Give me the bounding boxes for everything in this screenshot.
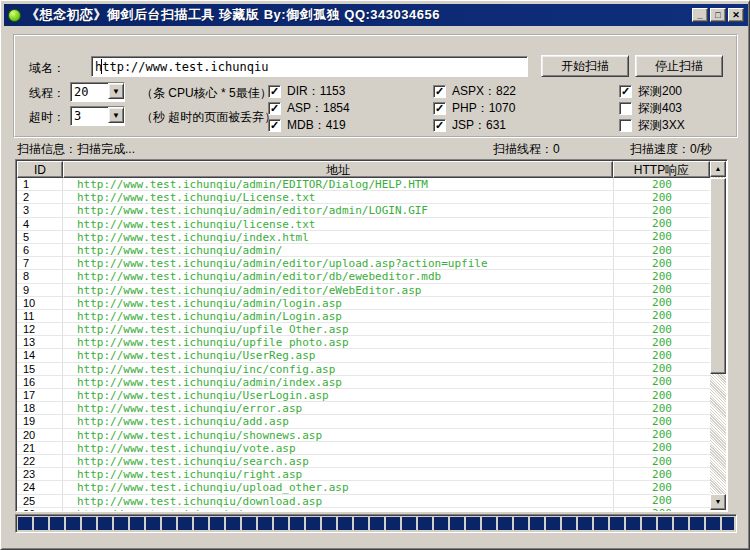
row-http: 200 xyxy=(614,362,710,375)
table-row[interactable]: 20 http://www.test.ichunqiu/shownews.asp… xyxy=(17,429,710,442)
table-row[interactable]: 15 http://www.test.ichunqiu/inc/config.a… xyxy=(17,363,710,376)
vertical-scrollbar[interactable]: ▲ ▼ xyxy=(710,161,726,510)
row-url: http://www.test.ichunqiu/admin/EDITOR/Di… xyxy=(63,178,614,190)
table-row[interactable]: 9 http://www.test.ichunqiu/admin/editor/… xyxy=(17,284,710,297)
checkbox-icon: ✓ xyxy=(268,102,281,115)
row-url: http://www.test.ichunqiu/UserLogin.asp xyxy=(63,389,614,401)
table-row[interactable]: 10 http://www.test.ichunqiu/admin/login.… xyxy=(17,297,710,310)
scan-progress-bar xyxy=(15,514,737,533)
table-row[interactable]: 19 http://www.test.ichunqiu/add.asp 200 xyxy=(17,415,710,428)
table-row[interactable]: 8 http://www.test.ichunqiu/admin/editor/… xyxy=(17,270,710,283)
row-http: 200 xyxy=(614,508,710,511)
chevron-down-icon[interactable]: ▼ xyxy=(108,107,124,123)
checkbox-icon: ✓ xyxy=(619,85,632,98)
row-http: 200 xyxy=(614,481,710,494)
row-id: 8 xyxy=(17,270,63,282)
table-row[interactable]: 24 http://www.test.ichunqiu/upload_other… xyxy=(17,481,710,494)
timeout-select[interactable]: 3 ▼ xyxy=(70,106,125,126)
table-row[interactable]: 18 http://www.test.ichunqiu/error.asp 20… xyxy=(17,402,710,415)
row-http: 200 xyxy=(614,270,710,283)
header-url[interactable]: 地址 xyxy=(63,161,613,178)
table-row[interactable]: 3 http://www.test.ichunqiu/admin/editor/… xyxy=(17,204,710,217)
scroll-up-icon[interactable]: ▲ xyxy=(710,161,726,177)
table-row[interactable]: 16 http://www.test.ichunqiu/admin/index.… xyxy=(17,376,710,389)
table-row[interactable]: 21 http://www.test.ichunqiu/vote.asp 200 xyxy=(17,442,710,455)
table-row[interactable]: 12 http://www.test.ichunqiu/upfile_Other… xyxy=(17,323,710,336)
minimize-button[interactable]: _ xyxy=(692,8,708,22)
row-id: 16 xyxy=(17,376,63,388)
row-url: http://www.test.ichunqiu/admin/editor/db… xyxy=(63,270,614,282)
chevron-down-icon[interactable]: ▼ xyxy=(108,83,124,99)
scan-speed-text: 扫描速度：0/秒 xyxy=(630,141,712,158)
row-http: 200 xyxy=(614,441,710,454)
checkbox-icon: ✓ xyxy=(619,102,632,115)
table-row[interactable]: 4 http://www.test.ichunqiu/license.txt 2… xyxy=(17,218,710,231)
table-row[interactable]: 1 http://www.test.ichunqiu/admin/EDITOR/… xyxy=(17,178,710,191)
row-http: 200 xyxy=(614,244,710,257)
row-url: http://www.test.ichunqiu/upfile_Other.as… xyxy=(63,323,614,335)
row-url: http://www.test.ichunqiu/admin/editor/ad… xyxy=(63,204,614,216)
row-url: http://www.test.ichunqiu/add.asp xyxy=(63,415,614,427)
thread-hint: （条 CPU核心 * 5最佳） xyxy=(141,85,272,102)
row-url: http://www.test.ichunqiu/admin/editor/eW… xyxy=(63,284,614,296)
partial-row-clip: 26 http://www.test.ichunqiu/ 200 xyxy=(17,508,710,511)
row-id: 18 xyxy=(17,402,63,414)
checkbox-jsp[interactable]: ✓ JSP：631 xyxy=(433,117,506,134)
row-http: 200 xyxy=(614,389,710,402)
row-id: 23 xyxy=(17,468,63,480)
header-id[interactable]: ID xyxy=(17,161,63,178)
table-row[interactable]: 23 http://www.test.ichunqiu/right.asp 20… xyxy=(17,468,710,481)
table-row[interactable]: 26 http://www.test.ichunqiu/ 200 xyxy=(17,508,710,511)
text-caret xyxy=(101,59,102,74)
domain-input[interactable] xyxy=(91,56,528,77)
checkbox-icon: ✓ xyxy=(433,85,446,98)
checkbox-probe-200[interactable]: ✓ 探测200 xyxy=(619,83,682,100)
row-http: 200 xyxy=(614,191,710,204)
row-id: 2 xyxy=(17,191,63,203)
scroll-down-icon[interactable]: ▼ xyxy=(710,494,726,510)
table-row[interactable]: 11 http://www.test.ichunqiu/admin/Login.… xyxy=(17,310,710,323)
checkbox-icon: ✓ xyxy=(433,119,446,132)
checkbox-aspx[interactable]: ✓ ASPX：822 xyxy=(433,83,516,100)
timeout-label: 超时： xyxy=(29,109,65,126)
settings-groupbox: 域名： 开始扫描 停止扫描 线程： 20 ▼ （条 CPU核心 * 5最佳） 超… xyxy=(13,34,738,138)
row-url: http://www.test.ichunqiu/vote.asp xyxy=(63,442,614,454)
table-row[interactable]: 14 http://www.test.ichunqiu/UserReg.asp … xyxy=(17,349,710,362)
stop-scan-button[interactable]: 停止扫描 xyxy=(635,55,723,77)
row-id: 26 xyxy=(17,508,63,511)
checkbox-php[interactable]: ✓ PHP：1070 xyxy=(433,100,515,117)
table-row[interactable]: 2 http://www.test.ichunqiu/License.txt 2… xyxy=(17,191,710,204)
status-row: 扫描信息：扫描完成... 扫描线程：0 扫描速度：0/秒 xyxy=(1,140,750,156)
checkbox-probe-3xx[interactable]: ✓ 探测3XX xyxy=(619,117,685,134)
maximize-button[interactable]: □ xyxy=(710,8,726,22)
row-url: http://www.test.ichunqiu/admin/ xyxy=(63,244,614,256)
scan-info-text: 扫描信息：扫描完成... xyxy=(17,141,135,158)
table-row[interactable]: 22 http://www.test.ichunqiu/search.asp 2… xyxy=(17,455,710,468)
close-button[interactable]: ✕ xyxy=(728,8,744,22)
table-row[interactable]: 6 http://www.test.ichunqiu/admin/ 200 xyxy=(17,244,710,257)
header-http[interactable]: HTTP响应 xyxy=(613,161,710,178)
row-url: http://www.test.ichunqiu/error.asp xyxy=(63,402,614,414)
checkbox-asp[interactable]: ✓ ASP：1854 xyxy=(268,100,350,117)
row-url: http://www.test.ichunqiu/license.txt xyxy=(63,218,614,230)
row-url: http://www.test.ichunqiu/download.asp xyxy=(63,495,614,507)
row-http: 200 xyxy=(614,455,710,468)
checkbox-dir[interactable]: ✓ DIR：1153 xyxy=(268,83,345,100)
scrollbar-thumb[interactable] xyxy=(710,178,726,374)
checkbox-icon: ✓ xyxy=(619,119,632,132)
row-http: 200 xyxy=(614,468,710,481)
table-row[interactable]: 25 http://www.test.ichunqiu/download.asp… xyxy=(17,495,710,508)
scan-threads-text: 扫描线程：0 xyxy=(493,141,560,158)
table-row[interactable]: 13 http://www.test.ichunqiu/upfile_photo… xyxy=(17,336,710,349)
table-row[interactable]: 5 http://www.test.ichunqiu/index.html 20… xyxy=(17,231,710,244)
table-row[interactable]: 17 http://www.test.ichunqiu/UserLogin.as… xyxy=(17,389,710,402)
checkbox-probe-403[interactable]: ✓ 探测403 xyxy=(619,100,682,117)
start-scan-button[interactable]: 开始扫描 xyxy=(541,55,629,77)
checkbox-mdb[interactable]: ✓ MDB：419 xyxy=(268,117,346,134)
table-row[interactable]: 7 http://www.test.ichunqiu/admin/editor/… xyxy=(17,257,710,270)
row-http: 200 xyxy=(614,178,710,191)
row-url: http://www.test.ichunqiu/upfile_photo.as… xyxy=(63,336,614,348)
thread-select[interactable]: 20 ▼ xyxy=(70,82,125,102)
row-http: 200 xyxy=(614,349,710,362)
title-bar[interactable]: 《想念初恋》御剑后台扫描工具 珍藏版 By:御剑孤独 QQ:343034656 … xyxy=(4,4,748,26)
